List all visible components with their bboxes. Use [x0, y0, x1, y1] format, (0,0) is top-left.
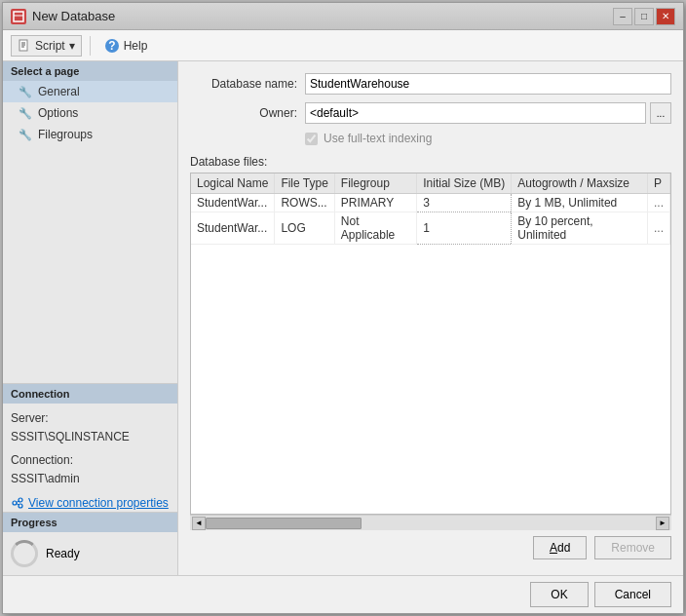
remove-button[interactable]: Remove: [594, 536, 671, 559]
cancel-button[interactable]: Cancel: [594, 582, 671, 607]
view-connection-properties-link[interactable]: View connection properties: [3, 494, 177, 512]
scroll-right-arrow[interactable]: ►: [656, 517, 669, 530]
fulltext-checkbox[interactable]: [305, 133, 318, 145]
toolbar-separator: [90, 36, 91, 56]
close-button[interactable]: ✕: [656, 8, 675, 25]
svg-point-9: [19, 498, 22, 502]
progress-content: Ready: [3, 532, 177, 575]
col-path: P: [647, 173, 669, 194]
progress-spinner: [11, 540, 38, 567]
connection-link-label: View connection properties: [28, 496, 169, 510]
right-panel: Database name: Owner: ... Use full-text …: [178, 61, 683, 575]
progress-header: Progress: [3, 513, 177, 532]
scroll-thumb[interactable]: [206, 518, 362, 529]
sidebar-item-filegroups[interactable]: 🔧 Filegroups: [3, 124, 177, 145]
sidebar: Select a page 🔧 General 🔧 Options 🔧 File…: [3, 61, 178, 575]
table-header-row: Logical Name File Type Filegroup Initial…: [191, 173, 670, 194]
db-files-label: Database files:: [190, 155, 671, 169]
row1-autogrowth: By 1 MB, Unlimited: [512, 194, 648, 212]
sidebar-item-options-label: Options: [38, 106, 78, 120]
row2-logical-name: StudentWar...: [191, 212, 275, 245]
files-actions: Add Remove: [190, 536, 671, 559]
toolbar: Script ▾ ? Help: [3, 30, 683, 61]
sidebar-item-general[interactable]: 🔧 General: [3, 81, 177, 102]
minimize-button[interactable]: –: [613, 8, 632, 25]
help-label: Help: [124, 39, 148, 53]
svg-point-8: [13, 501, 17, 505]
connection-icon: [11, 496, 24, 510]
connection-header: Connection: [3, 384, 177, 404]
connection-info: Server: SSSIT\SQLINSTANCE Connection: SS…: [3, 404, 177, 494]
add-label: Add: [550, 541, 570, 555]
help-button[interactable]: ? Help: [98, 36, 154, 56]
table-row[interactable]: StudentWar... LOG Not Applicable 1 By 10…: [191, 212, 670, 245]
row2-initial-size[interactable]: 1: [417, 212, 512, 245]
maximize-button[interactable]: □: [634, 8, 654, 25]
remove-label: Remove: [611, 541, 655, 555]
sidebar-item-options[interactable]: 🔧 Options: [3, 102, 177, 124]
ok-button[interactable]: OK: [530, 582, 588, 607]
files-table: Logical Name File Type Filegroup Initial…: [190, 173, 671, 515]
sidebar-item-general-label: General: [38, 85, 80, 98]
svg-text:?: ?: [108, 39, 115, 53]
svg-line-11: [17, 501, 19, 503]
fulltext-row: Use full-text indexing: [190, 132, 671, 145]
connection-value: SSSIT\admin: [11, 470, 170, 488]
row1-file-type: ROWS...: [275, 194, 334, 212]
col-autogrowth: Autogrowth / Maxsize: [512, 173, 648, 194]
sidebar-header: Select a page: [3, 61, 177, 81]
svg-line-12: [17, 504, 19, 506]
script-button[interactable]: Script ▾: [11, 35, 82, 57]
row1-logical-name: StudentWar...: [191, 194, 275, 212]
connection-section: Connection Server: SSSIT\SQLINSTANCE Con…: [3, 383, 177, 512]
owner-input[interactable]: [305, 102, 646, 124]
svg-rect-0: [14, 12, 23, 21]
owner-input-group: ...: [305, 102, 671, 124]
db-files-section: Database files: Logical Name File Type F…: [190, 155, 671, 563]
script-dropdown-icon: ▾: [69, 39, 75, 53]
window-title: New Database: [32, 9, 115, 23]
connection-label: Connection:: [11, 451, 170, 470]
main-window: New Database – □ ✕ Script ▾ ? Help: [2, 2, 684, 614]
title-bar-left: New Database: [11, 9, 115, 24]
db-name-label: Database name:: [190, 77, 297, 91]
help-icon: ?: [104, 38, 120, 54]
script-label: Script: [35, 39, 65, 53]
title-bar: New Database – □ ✕: [3, 3, 683, 30]
svg-point-10: [19, 504, 22, 508]
row2-browse[interactable]: ...: [647, 212, 669, 245]
col-filegroup: Filegroup: [334, 173, 416, 194]
row2-filegroup: Not Applicable: [334, 212, 416, 245]
fulltext-label: Use full-text indexing: [324, 132, 432, 145]
db-name-input[interactable]: [305, 73, 671, 95]
scroll-left-arrow[interactable]: ◄: [192, 517, 206, 530]
options-icon: 🔧: [19, 107, 32, 120]
col-logical-name: Logical Name: [191, 173, 275, 194]
footer: OK Cancel: [3, 575, 683, 613]
row2-autogrowth: By 10 percent, Unlimited: [512, 212, 648, 245]
add-button[interactable]: Add: [533, 536, 587, 559]
title-buttons: – □ ✕: [613, 8, 675, 25]
row1-browse[interactable]: ...: [647, 194, 669, 212]
progress-status: Ready: [46, 547, 80, 560]
col-initial-size: Initial Size (MB): [417, 173, 512, 194]
server-value: SSSIT\SQLINSTANCE: [11, 428, 170, 446]
owner-row: Owner: ...: [190, 102, 671, 124]
files-data-table: Logical Name File Type Filegroup Initial…: [191, 173, 670, 245]
main-content: Select a page 🔧 General 🔧 Options 🔧 File…: [3, 61, 683, 575]
progress-section: Progress Ready: [3, 512, 177, 575]
table-row[interactable]: StudentWar... ROWS... PRIMARY 3 By 1 MB,…: [191, 194, 670, 212]
owner-browse-button[interactable]: ...: [650, 102, 671, 124]
col-file-type: File Type: [275, 173, 334, 194]
filegroups-icon: 🔧: [19, 129, 32, 141]
horizontal-scrollbar[interactable]: ◄ ►: [190, 515, 671, 530]
owner-label: Owner:: [190, 106, 297, 120]
sidebar-item-filegroups-label: Filegroups: [38, 128, 93, 141]
row1-initial-size[interactable]: 3: [417, 194, 512, 212]
general-icon: 🔧: [19, 86, 32, 98]
row1-filegroup: PRIMARY: [334, 194, 416, 212]
db-name-row: Database name:: [190, 73, 671, 95]
app-icon: [11, 9, 26, 24]
script-icon: [18, 39, 31, 53]
row2-file-type: LOG: [275, 212, 334, 245]
